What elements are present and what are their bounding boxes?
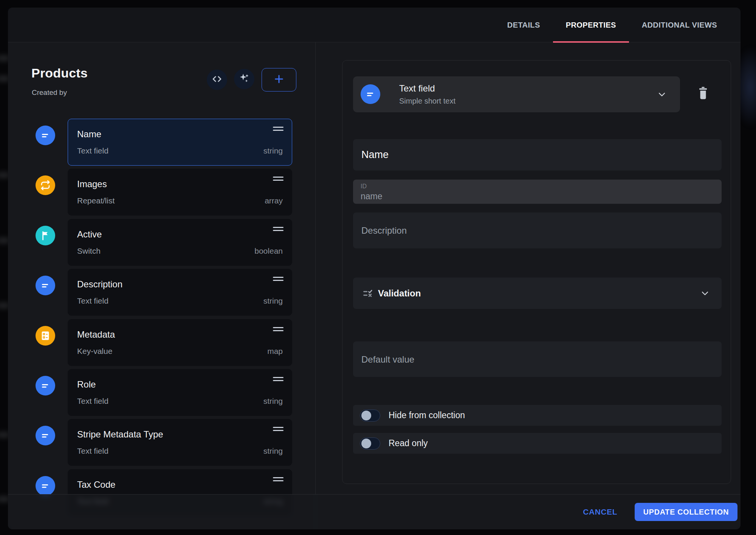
field-row: Description Text field string bbox=[8, 269, 315, 316]
field-row: Active Switch boolean bbox=[8, 219, 315, 266]
drag-handle-icon[interactable] bbox=[273, 127, 284, 133]
tab-details[interactable]: DETAILS bbox=[494, 8, 553, 42]
field-card[interactable]: Name Text field string bbox=[68, 119, 292, 166]
field-data-type: map bbox=[267, 347, 283, 356]
hide-from-collection-row: Hide from collection bbox=[353, 405, 722, 426]
field-id-value: name bbox=[361, 191, 383, 202]
field-data-type: string bbox=[263, 146, 283, 155]
short-text-icon bbox=[36, 126, 55, 145]
drag-handle-icon[interactable] bbox=[273, 377, 284, 383]
field-data-type: string bbox=[263, 447, 283, 456]
field-data-type: string bbox=[263, 296, 283, 305]
field-row: Images Repeat/list array bbox=[8, 169, 315, 216]
hide-from-collection-label: Hide from collection bbox=[389, 410, 465, 420]
field-card[interactable]: Stripe Metadata Type Text field string bbox=[68, 419, 292, 466]
drag-handle-icon[interactable] bbox=[273, 327, 284, 333]
field-name: Active bbox=[77, 229, 102, 240]
read-only-label: Read only bbox=[389, 438, 428, 448]
drag-handle-icon[interactable] bbox=[273, 227, 284, 233]
field-type-label: Text field bbox=[77, 397, 108, 406]
drag-handle-icon[interactable] bbox=[273, 177, 284, 183]
dialog-header: DETAILS PROPERTIES ADDITIONAL VIEWS bbox=[8, 8, 741, 42]
short-text-icon bbox=[36, 476, 55, 496]
field-row: Role Text field string bbox=[8, 369, 315, 416]
hide-from-collection-toggle[interactable] bbox=[360, 409, 380, 422]
chevron-down-icon bbox=[700, 288, 710, 300]
field-name: Images bbox=[77, 179, 107, 189]
read-only-row: Read only bbox=[353, 433, 722, 454]
field-name: Description bbox=[77, 279, 122, 290]
cancel-button[interactable]: CANCEL bbox=[583, 507, 617, 516]
delete-field-button[interactable] bbox=[696, 84, 711, 104]
field-type-subtitle: Simple short text bbox=[399, 97, 455, 105]
field-description-input[interactable]: Description bbox=[353, 212, 722, 248]
field-row: Name Text field string bbox=[8, 119, 315, 166]
fields-panel: Products Created by bbox=[8, 42, 316, 529]
drag-handle-icon[interactable] bbox=[273, 427, 284, 433]
field-name: Stripe Metadata Type bbox=[77, 429, 163, 440]
drag-handle-icon[interactable] bbox=[273, 477, 284, 483]
field-type-label: Switch bbox=[77, 247, 101, 256]
short-text-icon bbox=[361, 84, 380, 104]
field-card[interactable]: Role Text field string bbox=[68, 369, 292, 416]
field-id-label: ID bbox=[361, 183, 367, 190]
validation-checklist-icon bbox=[362, 287, 374, 301]
field-properties-panel: Text field Simple short text Name ID bbox=[342, 60, 731, 484]
field-row: Stripe Metadata Type Text field string bbox=[8, 419, 315, 466]
default-value-label: Default value bbox=[361, 341, 414, 377]
key-value-icon bbox=[36, 326, 55, 346]
short-text-icon bbox=[36, 276, 55, 295]
short-text-icon bbox=[36, 376, 55, 395]
field-card[interactable]: Active Switch boolean bbox=[68, 219, 292, 266]
field-name: Role bbox=[77, 379, 96, 390]
field-row: Metadata Key-value map bbox=[8, 319, 315, 366]
validation-accordion[interactable]: Validation bbox=[353, 278, 722, 309]
field-id-input[interactable]: ID name bbox=[353, 180, 722, 204]
toggle-knob bbox=[361, 439, 371, 448]
short-text-icon bbox=[36, 426, 55, 445]
field-data-type: boolean bbox=[254, 247, 283, 256]
validation-label: Validation bbox=[378, 278, 421, 309]
dialog-footer: CANCEL UPDATE COLLECTION bbox=[8, 494, 741, 529]
repeat-icon bbox=[36, 175, 55, 195]
field-data-type: string bbox=[263, 397, 283, 406]
field-description-label: Description bbox=[361, 212, 407, 248]
field-card[interactable]: Description Text field string bbox=[68, 269, 292, 316]
drag-handle-icon[interactable] bbox=[273, 277, 284, 283]
field-card[interactable]: Metadata Key-value map bbox=[68, 319, 292, 366]
default-value-input[interactable]: Default value bbox=[353, 341, 722, 377]
field-type-title: Text field bbox=[399, 83, 435, 94]
flag-icon bbox=[36, 226, 55, 245]
field-name: Metadata bbox=[77, 329, 115, 340]
chevron-down-icon bbox=[657, 89, 667, 101]
tab-bar: DETAILS PROPERTIES ADDITIONAL VIEWS bbox=[494, 8, 730, 42]
field-type-label: Text field bbox=[77, 447, 108, 456]
collection-editor-dialog: DETAILS PROPERTIES ADDITIONAL VIEWS Prod… bbox=[8, 8, 741, 529]
field-card[interactable]: Images Repeat/list array bbox=[68, 169, 292, 216]
field-type-select[interactable]: Text field Simple short text bbox=[353, 76, 680, 112]
field-name-value: Name bbox=[361, 139, 389, 171]
field-name: Name bbox=[77, 129, 101, 140]
field-type-label: Repeat/list bbox=[77, 196, 115, 205]
tab-additional-views[interactable]: ADDITIONAL VIEWS bbox=[629, 8, 730, 42]
field-type-label: Key-value bbox=[77, 347, 112, 356]
read-only-toggle[interactable] bbox=[360, 437, 380, 450]
field-list: Name Text field string Images Repeat/lis… bbox=[8, 42, 315, 529]
trash-icon bbox=[697, 86, 709, 102]
field-type-label: Text field bbox=[77, 146, 108, 155]
update-collection-button[interactable]: UPDATE COLLECTION bbox=[635, 503, 737, 521]
field-name: Tax Code bbox=[77, 479, 115, 490]
field-data-type: array bbox=[265, 196, 283, 205]
toggle-knob bbox=[361, 411, 371, 420]
tab-properties[interactable]: PROPERTIES bbox=[553, 8, 629, 42]
field-name-input[interactable]: Name bbox=[353, 139, 722, 171]
field-type-label: Text field bbox=[77, 296, 108, 305]
